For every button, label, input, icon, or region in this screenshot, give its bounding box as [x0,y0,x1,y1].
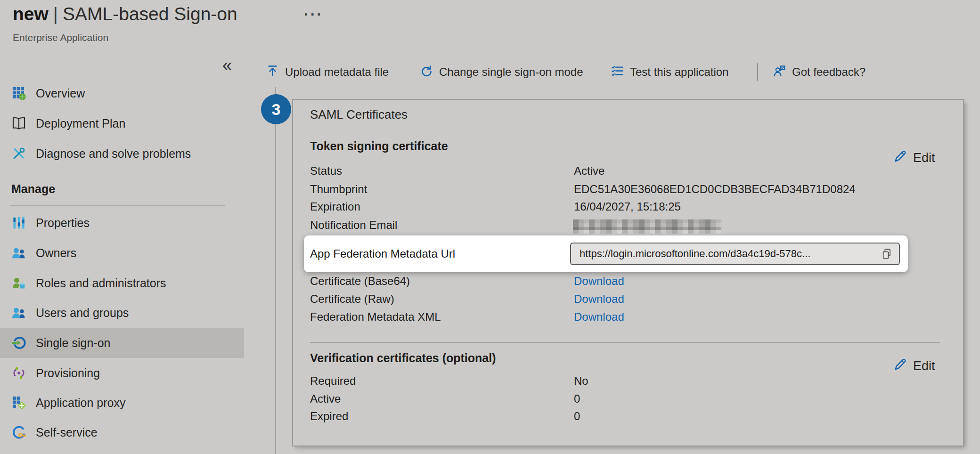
download-certificate-raw-link[interactable]: Download [574,292,624,306]
book-icon [11,116,26,131]
verification-certificates-title: Verification certificates (optional) [310,351,496,365]
sidebar-item-label: Users and groups [36,306,129,320]
sidebar-item-label: Single sign-on [36,336,110,350]
sliders-icon [11,215,26,230]
sidebar-section-manage: Manage [11,182,55,196]
saml-certificates-panel: SAML Certificates Token signing certific… [292,99,964,446]
download-certificate-base64-link[interactable]: Download [574,275,624,288]
certificate-raw-row: Certificate (Raw) Download [310,292,944,307]
certificate-base64-row: Certificate (Base64) Download [310,275,944,289]
federation-metadata-label: Federation Metadata XML [310,310,441,324]
edit-button-label: Edit [913,151,935,165]
required-value: No [574,374,588,388]
sidebar-item-label: Application proxy [36,396,125,410]
active-value: 0 [574,392,580,405]
sidebar-divider [10,205,225,206]
people-icon [11,305,26,320]
key-circle-icon [11,425,26,440]
toolbar-item-label: Test this application [630,65,728,79]
sidebar-item-owners[interactable]: Owners [0,238,244,268]
certificate-raw-label: Certificate (Raw) [310,292,394,306]
sidebar-item-roles[interactable]: Roles and administrators [0,268,244,298]
toolbar-item-label: Change single sign-on mode [439,65,583,79]
thumbprint-label: Thumbprint [310,183,367,196]
sidebar-item-provisioning[interactable]: Provisioning [0,358,244,388]
checklist-icon [611,65,624,80]
thumbprint-value: EDC51A30E36068ED1CD0CDB3BECFAD34B71D0824 [574,183,856,196]
metadata-url-highlight: App Federation Metadata Url [304,235,908,272]
page-subtitle: Enterprise Application [13,32,108,43]
status-row: Status Active [310,164,944,178]
sidebar-item-diagnose[interactable]: Diagnose and solve problems [0,138,244,169]
page-title: new|SAML-based Sign-on [13,4,237,24]
people-icon [11,245,26,260]
expiration-label: Expiration [310,200,360,213]
step-connector-line [275,87,276,454]
metadata-url-label: App Federation Metadata Url [310,247,455,260]
status-value: Active [574,164,604,178]
expired-row: Expired 0 [310,410,944,424]
app-name: new [13,4,49,24]
pencil-icon [892,357,907,375]
blade-title: SAML-based Sign-on [63,4,237,24]
sidebar-item-single-sign-on[interactable]: Single sign-on [0,328,244,358]
expired-label: Expired [310,410,348,423]
sidebar-item-label: Diagnose and solve problems [36,147,191,161]
sidebar-item-users-groups[interactable]: Users and groups [0,298,244,328]
sidebar-item-application-proxy[interactable]: Application proxy [0,388,244,418]
federation-metadata-row: Federation Metadata XML Download [310,310,944,324]
toolbar-item-label: Got feedback? [792,65,866,79]
required-row: Required No [310,374,944,389]
sync-icon [11,365,26,381]
sidebar-item-self-service[interactable]: Self-service [0,417,244,447]
edit-button-label: Edit [913,359,935,373]
active-row: Active 0 [310,392,944,406]
expired-value: 0 [574,410,580,423]
title-separator: | [53,4,58,24]
step-number-badge: 3 [261,94,291,124]
certificate-base64-label: Certificate (Base64) [310,275,410,288]
more-options-icon[interactable]: ··· [304,6,323,23]
sidebar-item-label: Roles and administrators [36,276,166,290]
sidebar-item-overview[interactable]: Overview [0,78,244,108]
edit-verification-certificates-button[interactable]: Edit [892,357,935,375]
sidebar-item-deployment-plan[interactable]: Deployment Plan [0,108,244,138]
thumbprint-row: Thumbprint EDC51A30E36068ED1CD0CDB3BECFA… [310,183,944,197]
tools-icon [11,146,26,161]
metadata-url-input[interactable] [579,247,879,260]
sign-in-icon [11,335,26,350]
expiration-value: 16/04/2027, 15:18:25 [574,200,681,213]
section-divider [310,342,940,343]
saml-sign-on-page: new|SAML-based Sign-on ··· Enterprise Ap… [0,0,980,454]
active-label: Active [310,392,341,405]
required-label: Required [310,374,356,388]
toolbar-divider [757,63,758,81]
sidebar-item-label: Provisioning [36,366,100,380]
feedback-person-icon [773,65,786,80]
sidebar-item-label: Deployment Plan [36,117,125,130]
notification-email-label: Notification Email [310,219,397,232]
metadata-url-field [570,243,900,265]
collapse-sidebar-icon[interactable]: « [222,56,232,75]
refresh-icon [420,65,433,80]
grid-diamond-icon [11,395,26,410]
toolbar-item-label: Upload metadata file [285,65,389,79]
upload-metadata-button[interactable]: Upload metadata file [266,61,389,83]
role-person-cube-icon [11,276,26,291]
copy-icon[interactable] [879,246,894,261]
change-sso-mode-button[interactable]: Change single sign-on mode [420,61,583,83]
sidebar-item-label: Overview [36,87,85,100]
sidebar-item-label: Self-service [36,426,98,439]
status-label: Status [310,164,342,178]
download-federation-metadata-link[interactable]: Download [574,310,624,324]
upload-icon [266,65,279,80]
sidebar-item-properties[interactable]: Properties [0,208,244,238]
got-feedback-button[interactable]: Got feedback? [773,61,866,83]
expiration-row: Expiration 16/04/2027, 15:18:25 [310,200,944,214]
token-signing-certificate-title: Token signing certificate [310,139,448,153]
notification-email-redacted [573,219,721,234]
panel-title: SAML Certificates [310,107,408,122]
test-application-button[interactable]: Test this application [611,61,728,83]
overview-grid-icon [11,86,26,101]
sidebar-item-label: Owners [36,246,76,260]
